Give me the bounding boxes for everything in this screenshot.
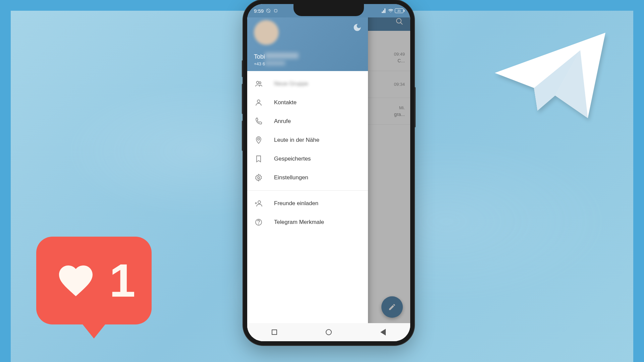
- menu-nearby[interactable]: Leute in der Nähe: [247, 131, 368, 149]
- menu-features[interactable]: Telegram Merkmale: [247, 213, 368, 232]
- svg-point-5: [257, 81, 259, 84]
- menu-calls[interactable]: Anrufe: [247, 112, 368, 131]
- add-person-icon: [255, 199, 263, 207]
- svg-rect-4: [274, 9, 277, 12]
- side-button: [242, 60, 243, 77]
- chat-preview: gra...: [394, 112, 405, 117]
- svg-point-9: [258, 177, 260, 179]
- menu-divider: [247, 190, 368, 191]
- navigation-drawer: Tobi +43 6 Neue Gruppe: [247, 4, 368, 341]
- group-icon: [255, 80, 263, 88]
- signal-icon: [381, 8, 387, 13]
- wifi-icon: [388, 8, 393, 13]
- menu-new-group[interactable]: Neue Gruppe: [247, 74, 368, 93]
- like-count: 1: [109, 253, 136, 308]
- nav-recent-button[interactable]: [271, 328, 278, 336]
- pencil-icon: [388, 303, 396, 311]
- battery-level: 21: [397, 9, 401, 12]
- battery-icon: 21: [395, 8, 404, 13]
- android-nav-bar: [247, 323, 410, 341]
- drawer-user-name: Tobi: [254, 53, 361, 60]
- nav-home-button[interactable]: [325, 328, 332, 336]
- menu-label: Neue Gruppe: [274, 80, 308, 87]
- phone-screen: 09:49 C... 09:34 Mi. gra...: [247, 4, 410, 341]
- menu-label: Leute in der Nähe: [274, 137, 319, 143]
- chat-time: 09:49: [394, 52, 405, 57]
- menu-label: Kontakte: [274, 99, 297, 106]
- nav-back-button[interactable]: [379, 328, 387, 336]
- phone-frame: 09:49 C... 09:34 Mi. gra...: [243, 0, 414, 345]
- status-time: 9:59: [254, 8, 264, 14]
- theme-toggle-icon[interactable]: [353, 23, 362, 32]
- menu-saved[interactable]: Gespeichertes: [247, 149, 368, 168]
- menu-invite[interactable]: Freunde einladen: [247, 194, 368, 213]
- like-badge: 1: [36, 237, 152, 324]
- power-button: [414, 87, 416, 127]
- search-icon[interactable]: [395, 17, 404, 25]
- menu-label: Telegram Merkmale: [274, 219, 324, 226]
- alarm-off-icon: [266, 8, 271, 13]
- svg-point-14: [259, 224, 259, 224]
- svg-point-8: [258, 138, 260, 140]
- svg-point-0: [396, 18, 401, 23]
- menu-label: Gespeichertes: [274, 156, 311, 162]
- svg-point-6: [259, 82, 261, 84]
- svg-point-10: [258, 201, 261, 203]
- bookmark-icon: [255, 155, 263, 163]
- menu-contacts[interactable]: Kontakte: [247, 93, 368, 112]
- drawer-menu: Neue Gruppe Kontakte Anrufe: [247, 71, 368, 235]
- drawer-user-phone: +43 6: [254, 61, 361, 66]
- menu-label: Einstellungen: [274, 174, 308, 181]
- phone-icon: [255, 117, 263, 125]
- help-icon: [255, 218, 263, 226]
- volume-up-button: [242, 84, 243, 114]
- user-avatar[interactable]: [254, 20, 279, 45]
- volume-down-button: [242, 121, 243, 151]
- menu-settings[interactable]: Einstellungen: [247, 168, 368, 187]
- nearby-icon: [255, 136, 263, 144]
- chat-time: 09:34: [394, 82, 405, 87]
- heart-icon: [52, 260, 99, 301]
- menu-label: Anrufe: [274, 118, 291, 125]
- compose-fab[interactable]: [381, 296, 403, 318]
- person-icon: [255, 99, 263, 107]
- notch: [293, 4, 364, 16]
- menu-label: Freunde einladen: [274, 200, 318, 207]
- svg-point-7: [257, 100, 260, 103]
- svg-line-1: [400, 22, 402, 24]
- notification-icon: [273, 8, 278, 13]
- chat-time: Mi.: [399, 105, 405, 110]
- gear-icon: [255, 174, 263, 182]
- chat-preview: C...: [397, 58, 405, 63]
- telegram-logo-icon: [490, 23, 610, 127]
